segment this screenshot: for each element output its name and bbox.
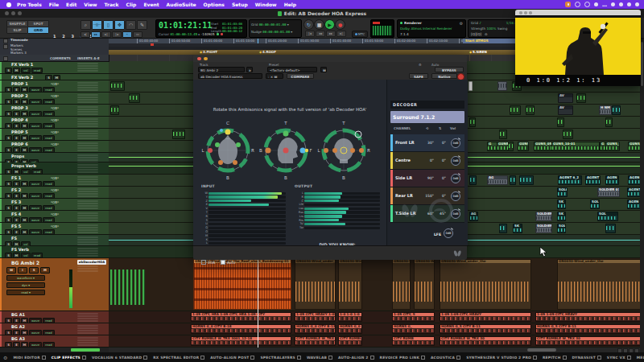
insert-slot[interactable]: [77, 344, 98, 346]
clip-soldier-01-1[interactable]: SOLDIER 01_1: [597, 187, 620, 197]
renderer-format-select[interactable]: 7.1.4: [400, 32, 409, 36]
track-btn-s[interactable]: S: [5, 135, 12, 141]
insert-slot[interactable]: [77, 193, 98, 195]
track-chip-wave[interactable]: wave: [29, 111, 42, 117]
stop-button[interactable]: ■: [314, 19, 324, 30]
track-chip-read[interactable]: read: [43, 217, 55, 223]
clip[interactable]: [508, 142, 514, 151]
menu-file[interactable]: File: [49, 2, 59, 7]
tab-transient-icon[interactable]: ◂|: [80, 31, 90, 38]
clip-guns-05-0[interactable]: GUNS_05-0: [534, 142, 552, 151]
menu-setup[interactable]: Setup: [232, 2, 248, 7]
loop-playback-button[interactable]: ↻: [303, 19, 314, 30]
track-fs-verb[interactable]: FS VerbSMvolread: [0, 246, 109, 258]
track-btn-s[interactable]: S: [45, 75, 52, 80]
dock-item-clip-effects[interactable]: CLIP EFFECTS: [52, 356, 86, 360]
insert-slot[interactable]: [77, 70, 98, 72]
playhead-caret[interactable]: [258, 38, 258, 43]
track-chip-waveform[interactable]: waveform ▾: [6, 275, 45, 281]
mode-grid-button[interactable]: GRID: [27, 27, 49, 34]
insert-slot[interactable]: [77, 159, 98, 161]
menu-audiosuite[interactable]: AudioSuite: [167, 2, 196, 7]
track-btn-m[interactable]: M: [21, 123, 28, 129]
track-fs-2[interactable]: FS 2SEMwaveread*OB*: [0, 187, 109, 199]
channel-volume-knob[interactable]: 0dB: [451, 138, 460, 148]
track-btn-s[interactable]: S: [5, 111, 12, 117]
track-chip-read[interactable]: read: [43, 205, 55, 211]
track-prop-3[interactable]: PROP 3SEMwaveread*OB*: [0, 105, 109, 117]
more-icon[interactable]: …: [602, 2, 607, 7]
clip[interactable]: [563, 130, 573, 139]
insert-slot[interactable]: [77, 138, 98, 139]
mtc-indicator[interactable]: MTC: [352, 31, 368, 38]
clip-1-09-1-09-city-heavy[interactable]: 1-09 1-09 CITY, HEAVY: [535, 312, 640, 322]
channel-elevation[interactable]: 0°: [436, 141, 446, 145]
quantize-buttons[interactable]: [Q][Q] ⊙: [471, 32, 488, 36]
track-btn-i[interactable]: I: [18, 267, 27, 274]
clip[interactable]: [605, 117, 613, 127]
track-prop-1[interactable]: PROP 1SEMwaveread*OB*: [0, 80, 109, 93]
insert-slot[interactable]: [77, 253, 98, 254]
track-comment[interactable]: *OB*: [51, 130, 75, 134]
vscroll-handle[interactable]: [641, 42, 643, 86]
dock-item-acoustica[interactable]: ACOUSTICA: [431, 356, 460, 360]
rewind-button[interactable]: ◂◂: [316, 31, 325, 37]
track-btn-e[interactable]: E: [13, 342, 20, 348]
auto-checkbox[interactable]: Auto: [221, 260, 235, 265]
insert-slot[interactable]: [77, 342, 98, 343]
plugin-title-bar[interactable]: [193, 55, 467, 62]
clip[interactable]: [110, 259, 146, 310]
insert-slot[interactable]: [77, 154, 98, 156]
insert-slot[interactable]: [77, 227, 98, 228]
insert-slot[interactable]: [77, 203, 98, 204]
track-chip-read[interactable]: read: [43, 123, 55, 129]
zoom-tool-icon[interactable]: ⌕: [80, 20, 91, 30]
clip-horns-g-0-gt[interactable]: HORNS G_0 GT: [338, 324, 362, 334]
clip-agent[interactable]: AGENT: [585, 175, 601, 185]
track-btn-s[interactable]: S: [5, 68, 12, 73]
track-chip-read[interactable]: read: [43, 318, 55, 323]
clip-sk[interactable]: SK: [557, 200, 566, 209]
insert-slot[interactable]: [77, 237, 98, 238]
insert-slot[interactable]: [77, 265, 98, 267]
insert-slot[interactable]: [77, 315, 98, 317]
dock-item-auto-align-post[interactable]: AUTO-ALIGN POST: [210, 356, 254, 360]
track-chip-read[interactable]: read: [43, 111, 55, 117]
track-prop-4[interactable]: PROP 4SEMwaveread*OB*: [0, 117, 109, 129]
dock-item-dynassist[interactable]: DYNASSIST: [572, 356, 601, 360]
rotation-sphere-side-view[interactable]: T B F B: [258, 118, 314, 181]
track-prop-2[interactable]: PROP 2SEMwaveread*OB*: [0, 93, 109, 105]
insert-slot[interactable]: [77, 188, 98, 190]
track-chip-dyn[interactable]: dyn ▾: [6, 282, 45, 288]
insert-slot[interactable]: [77, 171, 98, 173]
track-chip-read[interactable]: read: [43, 330, 55, 335]
plugin-ab-icons[interactable]: : × ▤: [266, 73, 283, 79]
clip-sol[interactable]: SOL: [557, 224, 566, 233]
insert-slot[interactable]: [77, 130, 98, 132]
scrub-tool-icon[interactable]: ◠: [126, 20, 136, 30]
plugin-minimize-button[interactable]: [204, 57, 208, 61]
clip[interactable]: [576, 93, 586, 103]
track-chip-wave[interactable]: wave: [29, 330, 42, 335]
clip[interactable]: [510, 105, 521, 115]
dock-item-vocalign-6-standard[interactable]: VOCALIGN 6 STANDARD: [92, 356, 147, 360]
track-btn-e[interactable]: E: [13, 205, 20, 211]
clip-h-nm[interactable]: H NM: [599, 105, 612, 115]
clip-gn0030-w[interactable]: GN0030-W: [414, 259, 435, 310]
clip-av[interactable]: AV: [558, 93, 573, 103]
plugin-compare-button[interactable]: COMPARE: [287, 73, 314, 79]
track-chip-wave[interactable]: wave: [29, 193, 42, 199]
channel-azimuth[interactable]: 150°: [423, 194, 434, 198]
insert-slot[interactable]: [77, 217, 98, 219]
track-btn-s[interactable]: S: [5, 229, 12, 235]
insert-slot[interactable]: [77, 339, 98, 341]
track-btn-m[interactable]: M: [13, 169, 20, 175]
track-props-verb[interactable]: Props VerbSMvolread: [0, 162, 109, 175]
rtz-button[interactable]: |◂: [305, 31, 315, 37]
decoder-channel-front-lr[interactable]: Front LR30°0°0dB: [390, 134, 464, 152]
insert-slot[interactable]: [77, 123, 98, 125]
main-counter[interactable]: 01:01:21:11 Start 01:01:03:08 End 01:01:…: [155, 19, 247, 38]
clip-gn0030-wind-under-the[interactable]: GN0030-Wind_under_the: [295, 259, 336, 310]
clip-ag[interactable]: AG: [487, 175, 508, 185]
track-chip-read[interactable]: read: [43, 193, 55, 199]
